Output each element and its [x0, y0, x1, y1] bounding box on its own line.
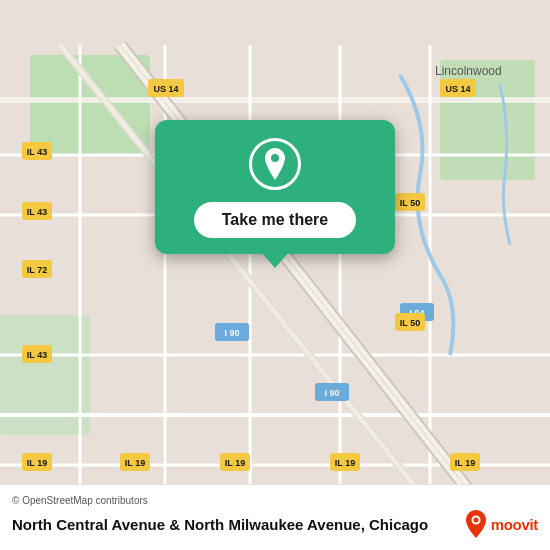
svg-text:I 90: I 90: [224, 328, 239, 338]
svg-text:IL 43: IL 43: [27, 207, 47, 217]
svg-text:Lincolnwood: Lincolnwood: [435, 64, 502, 78]
take-me-there-button[interactable]: Take me there: [194, 202, 356, 238]
svg-point-56: [473, 518, 478, 523]
svg-text:IL 50: IL 50: [400, 318, 420, 328]
svg-text:I 90: I 90: [324, 388, 339, 398]
svg-text:IL 43: IL 43: [27, 350, 47, 360]
map-background: US 14 US 14 IL 43 IL 43 IL 72 IL 43 I 90…: [0, 0, 550, 550]
svg-text:IL 19: IL 19: [125, 458, 145, 468]
svg-text:IL 43: IL 43: [27, 147, 47, 157]
bottom-bar: © OpenStreetMap contributors North Centr…: [0, 484, 550, 550]
moovit-logo: moovit: [465, 510, 538, 538]
map-container: US 14 US 14 IL 43 IL 43 IL 72 IL 43 I 90…: [0, 0, 550, 550]
moovit-brand-text: moovit: [491, 516, 538, 533]
svg-text:US 14: US 14: [153, 84, 178, 94]
moovit-pin-icon: [465, 510, 487, 538]
svg-text:IL 19: IL 19: [335, 458, 355, 468]
osm-attribution: © OpenStreetMap contributors: [12, 495, 538, 506]
svg-text:IL 19: IL 19: [225, 458, 245, 468]
svg-rect-2: [440, 60, 535, 180]
svg-text:IL 72: IL 72: [27, 265, 47, 275]
svg-text:IL 50: IL 50: [400, 198, 420, 208]
location-icon-wrap: [249, 138, 301, 190]
popup-card: Take me there: [155, 120, 395, 254]
osm-copyright: © OpenStreetMap contributors: [12, 495, 148, 506]
svg-text:US 14: US 14: [445, 84, 470, 94]
svg-text:IL 19: IL 19: [455, 458, 475, 468]
bottom-content: North Central Avenue & North Milwaukee A…: [12, 510, 538, 538]
svg-point-54: [271, 154, 279, 162]
location-name: North Central Avenue & North Milwaukee A…: [12, 516, 465, 533]
location-pin-icon: [261, 148, 289, 180]
svg-text:IL 19: IL 19: [27, 458, 47, 468]
